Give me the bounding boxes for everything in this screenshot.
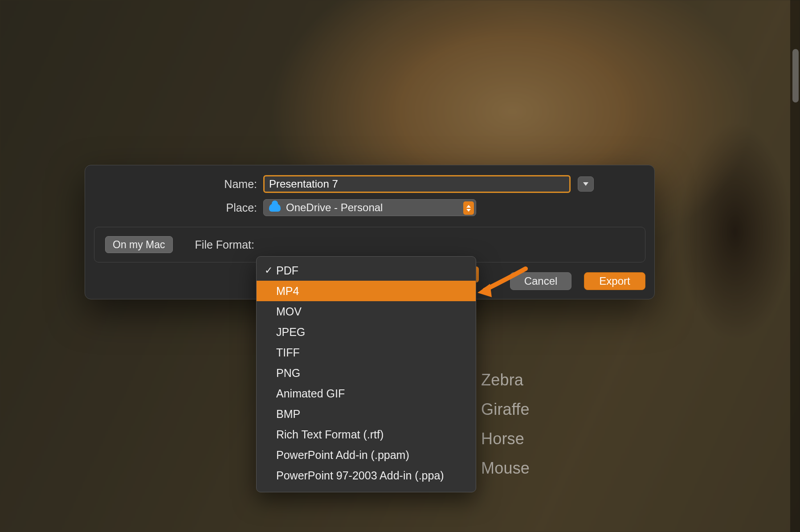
- file-format-option[interactable]: PNG: [257, 363, 476, 383]
- file-format-option[interactable]: PowerPoint 97-2003 Add-in (.ppa): [257, 465, 476, 486]
- name-label: Name:: [94, 178, 263, 191]
- updown-icon: [463, 201, 474, 215]
- slide-background-text: Zebra Giraffe Horse Mouse: [481, 365, 530, 483]
- file-format-option[interactable]: BMP: [257, 404, 476, 424]
- file-format-option[interactable]: TIFF: [257, 342, 476, 363]
- vertical-scrollbar[interactable]: [790, 0, 800, 532]
- file-format-option[interactable]: MOV: [257, 301, 476, 322]
- place-value: OneDrive - Personal: [286, 201, 383, 214]
- file-format-option-label: JPEG: [276, 326, 305, 339]
- file-format-option-label: PDF: [276, 264, 298, 277]
- place-label: Place:: [94, 201, 263, 214]
- name-input[interactable]: [263, 175, 571, 193]
- slide-list-item: Zebra: [481, 365, 530, 395]
- file-format-option-label: PowerPoint 97-2003 Add-in (.ppa): [276, 469, 444, 482]
- export-button[interactable]: Export: [584, 272, 645, 290]
- file-format-option-label: MP4: [276, 285, 299, 298]
- file-format-label: File Format:: [195, 238, 254, 251]
- file-format-option-label: MOV: [276, 305, 302, 318]
- file-format-option-label: TIFF: [276, 346, 300, 359]
- file-format-option[interactable]: Rich Text Format (.rtf): [257, 424, 476, 445]
- on-my-mac-button[interactable]: On my Mac: [105, 236, 173, 253]
- file-format-option[interactable]: MP4: [257, 281, 476, 301]
- file-format-option[interactable]: PowerPoint Add-in (.ppam): [257, 445, 476, 465]
- file-format-option-label: PowerPoint Add-in (.ppam): [276, 449, 409, 462]
- file-format-option[interactable]: Animated GIF: [257, 383, 476, 404]
- scrollbar-thumb[interactable]: [792, 49, 799, 102]
- place-select[interactable]: OneDrive - Personal: [263, 199, 476, 216]
- slide-list-item: Horse: [481, 424, 530, 454]
- cancel-button[interactable]: Cancel: [510, 272, 571, 290]
- expand-save-panel-button[interactable]: [578, 176, 594, 192]
- cloud-icon: [269, 204, 281, 212]
- file-format-option-label: PNG: [276, 367, 300, 380]
- slide-list-item: Giraffe: [481, 395, 530, 424]
- checkmark-icon: ✓: [263, 265, 274, 276]
- file-format-menu[interactable]: ✓PDFMP4MOVJPEGTIFFPNGAnimated GIFBMPRich…: [256, 256, 476, 492]
- chevron-down-icon: [583, 182, 588, 186]
- file-format-option[interactable]: JPEG: [257, 322, 476, 342]
- place-row: Place: OneDrive - Personal: [94, 199, 645, 216]
- file-format-option-label: BMP: [276, 408, 300, 421]
- name-row: Name:: [94, 175, 645, 193]
- file-format-option-label: Rich Text Format (.rtf): [276, 428, 384, 441]
- file-format-option-label: Animated GIF: [276, 387, 345, 400]
- slide-list-item: Mouse: [481, 454, 530, 483]
- file-format-option[interactable]: ✓PDF: [257, 260, 476, 281]
